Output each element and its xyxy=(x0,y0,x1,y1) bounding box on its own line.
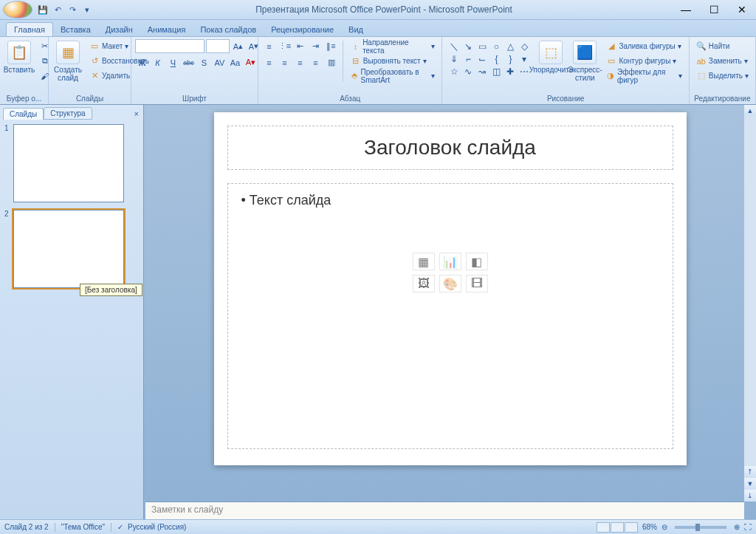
shape-plus-icon[interactable]: ✚ xyxy=(504,66,517,78)
align-left-icon[interactable]: ≡ xyxy=(262,55,276,69)
slide-title-placeholder[interactable]: Заголовок слайда xyxy=(227,126,673,170)
shape-line-icon[interactable]: ＼ xyxy=(447,41,461,52)
shape-conn3-icon[interactable]: ∿ xyxy=(461,66,475,78)
notes-pane[interactable]: Заметки к слайду xyxy=(145,502,744,519)
office-button[interactable] xyxy=(3,1,32,18)
spellcheck-icon[interactable]: ✓ xyxy=(117,523,123,531)
panel-tab-slides[interactable]: Слайды xyxy=(3,108,44,120)
font-size-select[interactable] xyxy=(206,39,230,53)
shape-outline-button[interactable]: ▭Контур фигуры ▾ xyxy=(603,54,684,68)
insert-chart-icon[interactable]: 📊 xyxy=(439,253,461,270)
ribbon: 📋 Вставить ✂ ⧉ 🖌 Буфер о... ▦ Создать сл… xyxy=(0,37,756,105)
shape-brace-icon[interactable]: { xyxy=(489,53,503,65)
status-language[interactable]: Русский (Россия) xyxy=(128,523,186,531)
bold-button[interactable]: Ж xyxy=(135,55,149,69)
redo-icon[interactable]: ↷ xyxy=(66,4,78,16)
text-direction-button[interactable]: ↕Направление текста ▾ xyxy=(348,39,439,53)
columns-icon[interactable]: ▥ xyxy=(324,55,338,69)
fit-window-icon[interactable]: ⛶ xyxy=(744,523,752,531)
shape-rect-icon[interactable]: ▭ xyxy=(475,41,489,52)
find-button[interactable]: 🔍Найти xyxy=(693,39,752,53)
save-icon[interactable]: 💾 xyxy=(37,4,49,16)
insert-media-icon[interactable]: 🎞 xyxy=(466,275,488,292)
shape-darrow-icon[interactable]: ⇓ xyxy=(447,53,461,65)
new-slide-label: Создать слайд xyxy=(54,66,82,82)
shape-star-icon[interactable]: ☆ xyxy=(447,66,461,78)
prev-slide-icon[interactable]: ⤒ xyxy=(744,466,756,478)
arrange-button[interactable]: ⬚ Упорядочить xyxy=(535,39,566,75)
shape-conn4-icon[interactable]: ↝ xyxy=(475,66,489,78)
grow-font-icon[interactable]: A▴ xyxy=(231,39,245,53)
shape-callout-icon[interactable]: ◫ xyxy=(489,66,503,78)
tab-animation[interactable]: Анимация xyxy=(140,23,193,36)
close-button[interactable]: ✕ xyxy=(731,3,753,16)
sorter-view-icon[interactable] xyxy=(611,522,624,533)
shape-fill-button[interactable]: ◢Заливка фигуры ▾ xyxy=(603,39,684,53)
shape-scroll-v-icon[interactable]: ▾ xyxy=(518,53,531,65)
shape-conn1-icon[interactable]: ⌐ xyxy=(461,53,475,65)
tab-insert[interactable]: Вставка xyxy=(53,23,98,36)
insert-smartart-icon[interactable]: ◧ xyxy=(466,253,488,270)
shape-diamond-icon[interactable]: ◇ xyxy=(518,41,531,52)
smartart-button[interactable]: ⬘Преобразовать в SmartArt ▾ xyxy=(348,69,439,83)
slide-thumbnail-1[interactable] xyxy=(13,124,124,202)
shape-gallery[interactable]: ＼ ↘ ▭ ○ △ ◇ ⇓ ⌐ ⌙ { } ▾ ☆ ∿ ↝ ◫ ✚ ⋯ xyxy=(446,39,532,79)
slideshow-view-icon[interactable] xyxy=(625,522,638,533)
normal-view-icon[interactable] xyxy=(597,522,610,533)
new-slide-button[interactable]: ▦ Создать слайд xyxy=(52,39,83,83)
align-center-icon[interactable]: ≡ xyxy=(278,55,292,69)
text-shadow-button[interactable]: S xyxy=(197,55,211,69)
shape-effects-button[interactable]: ◑Эффекты для фигур ▾ xyxy=(603,69,684,83)
paste-button[interactable]: 📋 Вставить xyxy=(4,39,35,75)
shape-arrow-icon[interactable]: ↘ xyxy=(461,41,475,52)
strike-button[interactable]: abc xyxy=(182,55,196,69)
font-family-select[interactable] xyxy=(135,39,205,53)
vertical-scrollbar[interactable]: ▲ ⤒ ▼ ⤓ xyxy=(744,105,756,502)
shape-conn2-icon[interactable]: ⌙ xyxy=(475,53,489,65)
quick-styles-button[interactable]: 🟦 Экспресс-стили xyxy=(569,39,600,83)
italic-button[interactable]: К xyxy=(151,55,165,69)
insert-clipart-icon[interactable]: 🎨 xyxy=(439,275,461,292)
status-theme: "Тема Office" xyxy=(61,523,105,531)
slide-canvas[interactable]: Заголовок слайда • Текст слайда ▦ 📊 ◧ 🖼 … xyxy=(214,112,687,465)
slide-body-placeholder[interactable]: • Текст слайда ▦ 📊 ◧ 🖼 🎨 🎞 xyxy=(227,183,673,449)
bullets-icon[interactable]: ≡ xyxy=(262,39,276,53)
change-case-button[interactable]: Aa xyxy=(228,55,242,69)
char-spacing-button[interactable]: AV xyxy=(213,55,227,69)
scroll-down-icon[interactable]: ▼ xyxy=(744,478,756,490)
qat-dropdown-icon[interactable]: ▾ xyxy=(81,4,93,16)
zoom-out-icon[interactable]: ⊖ xyxy=(662,523,667,531)
justify-icon[interactable]: ≡ xyxy=(309,55,323,69)
numbering-icon[interactable]: ⋮≡ xyxy=(278,39,292,53)
line-spacing-icon[interactable]: ‖≡ xyxy=(324,39,338,53)
zoom-in-icon[interactable]: ⊕ xyxy=(734,523,740,531)
slide-thumbnail-2[interactable] xyxy=(13,210,124,288)
tab-review[interactable]: Рецензирование xyxy=(264,23,341,36)
minimize-button[interactable]: — xyxy=(675,3,697,16)
tab-home[interactable]: Главная xyxy=(6,22,53,36)
shape-oval-icon[interactable]: ○ xyxy=(489,41,503,52)
tab-slideshow[interactable]: Показ слайдов xyxy=(193,23,264,36)
underline-button[interactable]: Ч xyxy=(166,55,180,69)
shape-brace2-icon[interactable]: } xyxy=(504,53,517,65)
maximize-button[interactable]: ☐ xyxy=(703,3,725,16)
decrease-indent-icon[interactable]: ⇤ xyxy=(293,39,307,53)
panel-tab-outline[interactable]: Структура xyxy=(44,107,92,120)
increase-indent-icon[interactable]: ⇥ xyxy=(309,39,323,53)
zoom-slider[interactable] xyxy=(675,526,726,529)
panel-close-icon[interactable]: × xyxy=(130,108,143,120)
align-text-button[interactable]: ⊟Выровнять текст ▾ xyxy=(348,54,439,68)
shape-triangle-icon[interactable]: △ xyxy=(504,41,517,52)
align-right-icon[interactable]: ≡ xyxy=(293,55,307,69)
layout-icon: ▭ xyxy=(89,41,100,52)
scroll-up-icon[interactable]: ▲ xyxy=(744,105,756,117)
insert-table-icon[interactable]: ▦ xyxy=(413,253,435,270)
tab-view[interactable]: Вид xyxy=(341,23,371,36)
tab-design[interactable]: Дизайн xyxy=(98,23,140,36)
select-button[interactable]: ⬚Выделить ▾ xyxy=(693,69,752,83)
replace-button[interactable]: abЗаменить ▾ xyxy=(693,54,752,68)
undo-icon[interactable]: ↶ xyxy=(52,4,63,16)
insert-picture-icon[interactable]: 🖼 xyxy=(413,275,435,292)
next-slide-icon[interactable]: ⤓ xyxy=(744,490,756,502)
font-color-button[interactable]: A▾ xyxy=(244,55,258,69)
